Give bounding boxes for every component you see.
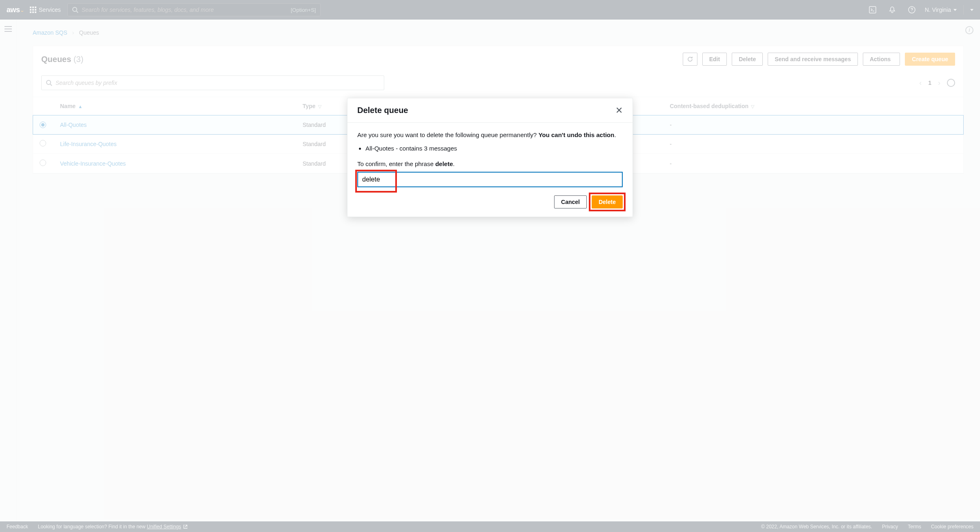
modal-confirm-instruction: To confirm, enter the phrase delete. — [357, 159, 623, 168]
modal-item-list: All-Quotes - contains 3 messages — [365, 144, 623, 153]
modal-body: Are you sure you want to delete the foll… — [347, 123, 633, 189]
modal-header: Delete queue ✕ — [347, 98, 633, 123]
delete-queue-modal: Delete queue ✕ Are you sure you want to … — [347, 98, 633, 217]
confirm-delete-button[interactable]: Delete — [592, 195, 623, 208]
modal-footer: Cancel Delete — [347, 189, 633, 217]
cancel-button[interactable]: Cancel — [554, 195, 587, 208]
delete-button-highlight: Delete — [592, 195, 623, 208]
modal-backdrop — [0, 0, 980, 532]
confirm-input[interactable] — [357, 172, 623, 187]
modal-item: All-Quotes - contains 3 messages — [365, 144, 623, 153]
close-icon[interactable]: ✕ — [615, 106, 623, 115]
modal-title: Delete queue — [357, 106, 408, 115]
modal-warning: Are you sure you want to delete the foll… — [357, 130, 623, 140]
confirm-input-highlight — [357, 172, 623, 187]
